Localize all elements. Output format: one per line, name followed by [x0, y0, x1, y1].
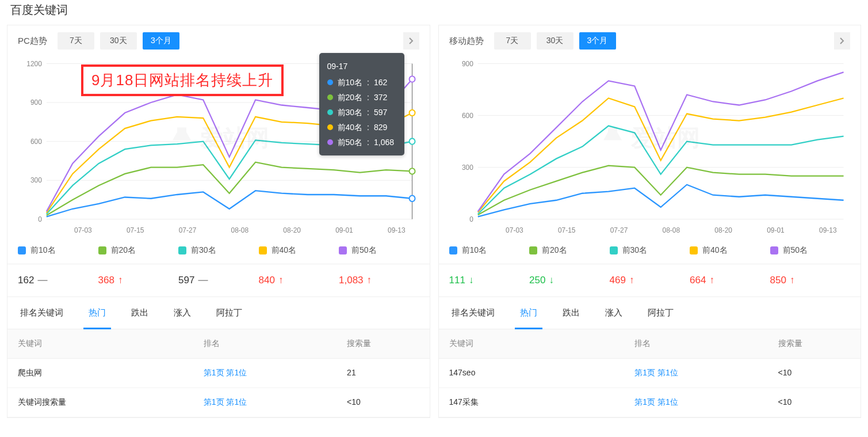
svg-text:07-15: 07-15 [557, 226, 575, 234]
keyword-cell: 147seo [439, 359, 625, 387]
svg-text:07-27: 07-27 [179, 226, 197, 234]
table-header: 关键词 排名 搜索量 [7, 329, 430, 359]
svg-text:900: 900 [30, 98, 42, 107]
stat-value: 111 [449, 275, 465, 286]
legend-item-50[interactable]: 前50名 [339, 245, 419, 256]
tab-hot[interactable]: 热门 [507, 297, 550, 329]
legend-item-30[interactable]: 前30名 [610, 245, 690, 256]
trend-flat-icon: — [198, 275, 208, 286]
tab-aladdin[interactable]: 阿拉丁 [204, 297, 255, 329]
svg-point-19 [410, 168, 415, 174]
volume-cell: 21 [337, 359, 429, 387]
tab-ranking[interactable]: 排名关键词 [7, 297, 76, 329]
svg-text:09-01: 09-01 [767, 226, 785, 234]
svg-text:08-20: 08-20 [714, 226, 732, 234]
stat-value: 469 [610, 275, 626, 286]
trend-flat-icon: — [37, 275, 47, 286]
legend-item-30[interactable]: 前30名 [178, 245, 259, 256]
tab-ranking[interactable]: 排名关键词 [439, 297, 507, 329]
svg-text:07-15: 07-15 [127, 226, 144, 234]
legend-item-40[interactable]: 前40名 [259, 245, 339, 256]
pc-label: PC趋势 [18, 36, 47, 47]
keyword-cell: 147采集 [439, 388, 625, 417]
legend-item-50[interactable]: 前50名 [770, 245, 851, 256]
rank-link[interactable]: 第1页 第1位 [624, 388, 767, 417]
keyword-cell: 爬虫网 [7, 359, 193, 387]
svg-text:0: 0 [38, 215, 42, 223]
tab-rise[interactable]: 涨入 [161, 297, 204, 329]
legend-item-10[interactable]: 前10名 [18, 245, 98, 256]
svg-text:1200: 1200 [26, 59, 42, 67]
svg-text:08-20: 08-20 [283, 226, 301, 234]
svg-text:600: 600 [461, 111, 473, 119]
svg-text:900: 900 [461, 59, 473, 67]
page-title: 百度关键词 [0, 0, 868, 25]
rank-link[interactable]: 第1页 第1位 [193, 359, 337, 387]
legend-item-20[interactable]: 前20名 [529, 245, 610, 256]
svg-text:07-27: 07-27 [610, 226, 628, 234]
chart-tooltip: 09-17 前10名: 162 前20名: 372 前30名: 597 前40名… [319, 53, 404, 155]
rank-link[interactable]: 第1页 第1位 [193, 388, 337, 417]
mobile-chart: 030060090007-0307-1507-2708-0808-2009-01… [449, 58, 851, 237]
trend-up-icon: ↑ [118, 275, 123, 286]
table-row: 147seo 第1页 第1位 <10 [439, 359, 861, 388]
tab-drop[interactable]: 跌出 [550, 297, 592, 329]
svg-point-18 [410, 196, 415, 202]
stat-value: 1,083 [339, 275, 364, 286]
svg-text:09-13: 09-13 [819, 226, 837, 234]
pc-next-icon[interactable] [403, 32, 419, 50]
trend-down-icon: ↓ [549, 275, 554, 286]
stat-value: 840 [259, 275, 275, 286]
svg-text:09-01: 09-01 [335, 226, 353, 234]
legend-item-20[interactable]: 前20名 [98, 245, 179, 256]
stat-value: 368 [98, 275, 114, 286]
mobile-legend: 前10名 前20名 前30名 前40名 前50名 [439, 237, 861, 264]
pc-stats: 162— 368↑ 597— 840↑ 1,083↑ [7, 264, 430, 297]
svg-point-22 [410, 76, 415, 82]
pc-panel: PC趋势 7天 30天 3个月 爱站网 0300600900120007-030… [7, 25, 430, 418]
table-header: 关键词 排名 搜索量 [439, 329, 861, 359]
stat-value: 850 [770, 275, 786, 286]
period-30d[interactable]: 30天 [537, 32, 573, 50]
svg-text:09-13: 09-13 [388, 226, 406, 234]
stat-value: 162 [18, 275, 34, 286]
legend-item-10[interactable]: 前10名 [449, 245, 530, 256]
trend-up-icon: ↑ [709, 275, 714, 286]
rank-link[interactable]: 第1页 第1位 [624, 359, 767, 387]
volume-cell: <10 [337, 388, 429, 417]
tab-hot[interactable]: 热门 [76, 297, 118, 329]
table-row: 关键词搜索量 第1页 第1位 <10 [7, 388, 430, 417]
table-row: 147采集 第1页 第1位 <10 [439, 388, 861, 417]
mobile-next-icon[interactable] [834, 32, 850, 50]
trend-down-icon: ↓ [469, 275, 474, 286]
tab-drop[interactable]: 跌出 [118, 297, 161, 329]
annotation: 9月18日网站排名持续上升 [81, 64, 284, 96]
svg-point-21 [410, 110, 415, 116]
volume-cell: <10 [768, 388, 861, 417]
stat-value: 664 [690, 275, 706, 286]
svg-text:300: 300 [461, 164, 473, 172]
keyword-cell: 关键词搜索量 [7, 388, 193, 417]
period-3m[interactable]: 3个月 [579, 32, 616, 50]
table-row: 爬虫网 第1页 第1位 21 [7, 359, 430, 388]
period-30d[interactable]: 30天 [100, 32, 137, 50]
svg-text:600: 600 [30, 138, 42, 146]
svg-text:07-03: 07-03 [506, 226, 523, 234]
svg-text:07-03: 07-03 [74, 226, 92, 234]
trend-up-icon: ↑ [790, 275, 795, 286]
svg-text:0: 0 [469, 215, 473, 223]
tab-aladdin[interactable]: 阿拉丁 [635, 297, 686, 329]
legend-item-40[interactable]: 前40名 [690, 245, 770, 256]
period-7d[interactable]: 7天 [494, 32, 531, 50]
tab-rise[interactable]: 涨入 [592, 297, 635, 329]
mobile-panel: 移动趋势 7天 30天 3个月 爱站网 030060090007-0307-15… [438, 25, 862, 418]
stat-value: 250 [529, 275, 545, 286]
period-3m[interactable]: 3个月 [143, 32, 179, 50]
trend-up-icon: ↑ [629, 275, 634, 286]
mobile-stats: 111↓ 250↓ 469↑ 664↑ 850↑ [439, 264, 861, 297]
svg-text:300: 300 [30, 176, 42, 184]
svg-point-20 [410, 138, 415, 144]
period-7d[interactable]: 7天 [58, 32, 94, 50]
trend-up-icon: ↑ [278, 275, 284, 286]
stat-value: 597 [178, 275, 194, 286]
